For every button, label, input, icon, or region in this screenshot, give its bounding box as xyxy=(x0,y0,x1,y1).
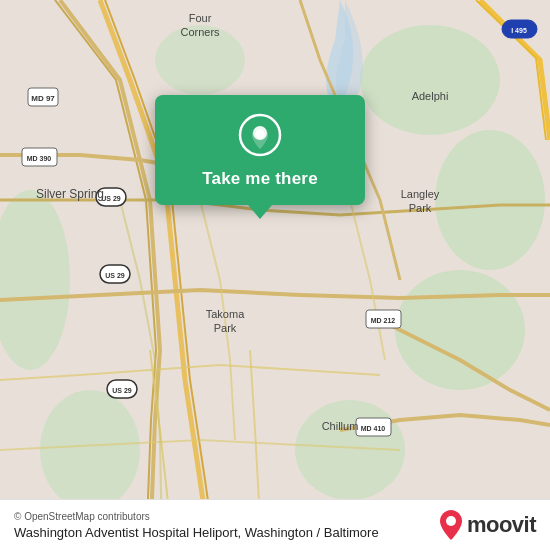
moovit-label: moovit xyxy=(467,512,536,538)
svg-point-3 xyxy=(395,270,525,390)
svg-text:MD 212: MD 212 xyxy=(371,317,396,324)
svg-point-2 xyxy=(435,130,545,270)
svg-point-36 xyxy=(446,516,456,526)
location-title: Washington Adventist Hospital Heliport, … xyxy=(14,525,379,540)
svg-text:Park: Park xyxy=(409,202,432,214)
moovit-pin-icon xyxy=(439,510,463,540)
location-pin-icon xyxy=(238,113,282,157)
svg-text:Langley: Langley xyxy=(401,188,440,200)
svg-text:Corners: Corners xyxy=(180,26,220,38)
svg-text:Silver Spring: Silver Spring xyxy=(36,187,104,201)
map-container: MD 97 US 29 US 29 US 29 MD 390 I 495 MD … xyxy=(0,0,550,550)
take-me-there-button[interactable]: Take me there xyxy=(202,169,318,189)
moovit-logo: moovit xyxy=(439,510,536,540)
svg-text:Park: Park xyxy=(214,322,237,334)
bottom-bar: © OpenStreetMap contributors Washington … xyxy=(0,499,550,550)
svg-text:Adelphi: Adelphi xyxy=(412,90,449,102)
svg-text:MD 97: MD 97 xyxy=(31,94,55,103)
svg-text:MD 410: MD 410 xyxy=(361,425,386,432)
svg-point-5 xyxy=(40,390,140,510)
svg-point-1 xyxy=(360,25,500,135)
svg-text:US 29: US 29 xyxy=(105,272,125,279)
svg-text:MD 390: MD 390 xyxy=(27,155,52,162)
svg-text:Takoma: Takoma xyxy=(206,308,245,320)
map-svg: MD 97 US 29 US 29 US 29 MD 390 I 495 MD … xyxy=(0,0,550,550)
svg-text:Four: Four xyxy=(189,12,212,24)
svg-text:Chillum: Chillum xyxy=(322,420,359,432)
popup-card: Take me there xyxy=(155,95,365,205)
svg-text:I 495: I 495 xyxy=(511,27,527,34)
svg-text:US 29: US 29 xyxy=(101,195,121,202)
bottom-bar-left: © OpenStreetMap contributors Washington … xyxy=(14,511,379,540)
svg-text:US 29: US 29 xyxy=(112,387,132,394)
svg-point-35 xyxy=(256,130,265,139)
copyright-text: © OpenStreetMap contributors xyxy=(14,511,379,522)
